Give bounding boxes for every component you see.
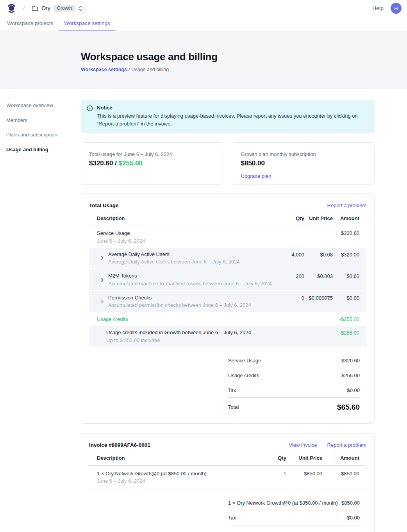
col-amount: Amount: [322, 455, 359, 461]
row-title: Permission Checks: [108, 295, 251, 301]
sidebar-item-plans-and-subscription[interactable]: Plans and subscription: [6, 130, 81, 140]
folder-icon: [32, 5, 38, 11]
notice-text: Notice This is a preview feature for dis…: [97, 105, 365, 128]
total-row: Total $65.60: [228, 398, 360, 412]
col-description: Description: [89, 455, 255, 461]
amount-cell: $0.00: [333, 295, 359, 301]
breadcrumb: Workspace settings/Usage and billing: [81, 67, 407, 72]
amount-cell: -$255.00: [333, 316, 359, 322]
tab-workspace-projects[interactable]: Workspace projects: [2, 16, 59, 30]
summary-value: $0.00: [347, 387, 360, 393]
unit-price-cell: $850.00: [286, 471, 322, 476]
content-column: Notice This is a preview feature for dis…: [81, 89, 375, 532]
summary-label: Tax: [228, 387, 236, 393]
usage-panel-title: Total Usage: [89, 202, 119, 208]
topbar-left: / Ory Growth: [7, 3, 83, 14]
invoice-table-header: Description Qty Unit Price Amount: [89, 455, 366, 466]
row-subtitle: June 6 – July 6, 2024: [97, 478, 255, 484]
upgrade-plan-link[interactable]: Upgrade plan: [241, 173, 271, 179]
total-row: Total $850.00: [228, 525, 360, 532]
ory-logo-icon[interactable]: [7, 3, 16, 14]
summary-row: 1 × Ory Network Growth@0 (at $850.00 / m…: [228, 496, 360, 511]
row-title: Usage credits included in Growth between…: [106, 330, 273, 336]
notice-title: Notice: [97, 105, 365, 111]
invoice-table: Description Qty Unit Price Amount 1 × Or…: [89, 455, 366, 490]
chevron-updown-icon[interactable]: [79, 5, 83, 11]
col-qty: Qty: [273, 215, 304, 221]
settings-sidebar: Workspace overview Members Plans and sub…: [0, 89, 81, 532]
chevron-right-icon[interactable]: [100, 256, 104, 260]
usage-separator: /: [113, 159, 118, 167]
table-row-invoice-item: 1 × Ory Network Growth@0 (at $850.00 / m…: [89, 466, 366, 490]
invoice-title: Invoice #8099AFA6-0001: [89, 442, 150, 448]
page-title: Workspace usage and billing: [81, 51, 407, 63]
summary-label: Service Usage: [228, 358, 261, 364]
report-problem-link[interactable]: Report a problem: [327, 442, 366, 448]
breadcrumb-slash: /: [21, 5, 27, 12]
unit-price-cell: $0.000075: [304, 295, 333, 301]
row-title: M2M Tokens: [108, 273, 271, 279]
plan-badge: Growth: [54, 5, 76, 12]
breadcrumb-link-workspace-settings[interactable]: Workspace settings: [81, 67, 127, 72]
qty-cell: 200: [273, 273, 304, 279]
amount-cell: $320.60: [333, 230, 359, 236]
summary-value: $850.00: [341, 500, 360, 506]
sidebar-item-usage-and-billing[interactable]: Usage and billing: [6, 145, 81, 154]
sidebar-item-members[interactable]: Members: [6, 115, 81, 125]
summary-value: -$255.00: [340, 373, 360, 378]
amount-cell: -$255.00: [333, 330, 359, 336]
workspace-switcher[interactable]: Ory Growth: [32, 5, 83, 12]
info-icon: [87, 105, 93, 128]
usage-panel-header: Total Usage Report a problem: [89, 202, 366, 208]
subscription-card: Growth plan monthly subscription $850.00…: [233, 142, 375, 185]
help-link[interactable]: Help: [372, 5, 384, 11]
tab-workspace-settings[interactable]: Workspace settings: [59, 16, 116, 30]
usage-table: Description Qty Unit Price Amount Servic…: [89, 215, 366, 347]
usage-summary: Service Usage $320.60 Usage credits -$25…: [228, 353, 360, 412]
row-title: Service Usage: [97, 230, 273, 236]
table-row-m2m-tokens[interactable]: M2M Tokens Accumulated machine-to-machin…: [89, 269, 366, 290]
table-row-permission-checks[interactable]: Permission Checks Accumulated permission…: [89, 291, 366, 312]
topbar: / Ory Growth Help H: [0, 0, 407, 16]
subscription-amount: $850.00: [241, 159, 367, 167]
summary-cards: Total usage for June 6 – July 6, 2024 $3…: [81, 142, 375, 185]
breadcrumb-separator: /: [129, 67, 130, 72]
invoice-panel: Invoice #8099AFA6-0001 View invoice Repo…: [81, 433, 375, 532]
topbar-right: Help H: [372, 3, 402, 14]
total-usage-label: Total usage for June 6 – July 6, 2024: [89, 151, 215, 157]
qty-cell: 4,000: [273, 251, 304, 258]
qty-cell: 1: [255, 471, 286, 476]
table-row-usage-credits-detail: Usage credits included in Growth between…: [89, 326, 366, 347]
summary-label: Tax: [228, 515, 236, 521]
view-invoice-link[interactable]: View invoice: [289, 442, 317, 448]
chevron-right-icon[interactable]: [100, 278, 104, 282]
summary-value: $0.00: [347, 515, 360, 521]
unit-price-cell: $0.08: [304, 251, 333, 258]
report-problem-link[interactable]: Report a problem: [327, 202, 366, 208]
table-row-average-daily-active-users[interactable]: Average Daily Active Users Average Daily…: [89, 248, 366, 269]
summary-label: 1 × Ory Network Growth@0 (at $850.00 / m…: [228, 500, 338, 506]
notice-body: This is a preview feature for displaying…: [97, 112, 365, 128]
row-subtitle: June 6 – July 6, 2024: [97, 238, 273, 244]
avatar-initial: H: [394, 5, 398, 11]
chevron-right-icon[interactable]: [100, 299, 104, 304]
col-amount: Amount: [333, 215, 359, 221]
usage-table-header: Description Qty Unit Price Amount: [89, 215, 366, 226]
row-title: Average Daily Active Users: [108, 251, 240, 258]
page-header: Workspace usage and billing Workspace se…: [0, 30, 407, 89]
col-unit-price: Unit Price: [304, 215, 333, 221]
total-label: Total: [228, 404, 239, 410]
usage-credit-amount: $255.00: [119, 159, 143, 167]
total-usage-panel: Total Usage Report a problem Description…: [81, 193, 375, 424]
amount-cell: $320.00: [333, 251, 359, 258]
invoice-panel-header: Invoice #8099AFA6-0001 View invoice Repo…: [89, 442, 366, 448]
total-usage-card: Total usage for June 6 – July 6, 2024 $3…: [81, 142, 223, 185]
sidebar-item-workspace-overview[interactable]: Workspace overview: [6, 100, 81, 110]
summary-row: Usage credits -$255.00: [228, 368, 360, 383]
unit-price-cell: $0.003: [304, 273, 333, 279]
row-subtitle: Up to $ 255.00 included: [106, 337, 273, 344]
row-subtitle: Accumulated machine-to-machine tokens be…: [108, 281, 271, 287]
amount-cell: $0.60: [333, 273, 359, 279]
main-area: Workspace overview Members Plans and sub…: [0, 89, 407, 532]
avatar[interactable]: H: [391, 3, 402, 14]
